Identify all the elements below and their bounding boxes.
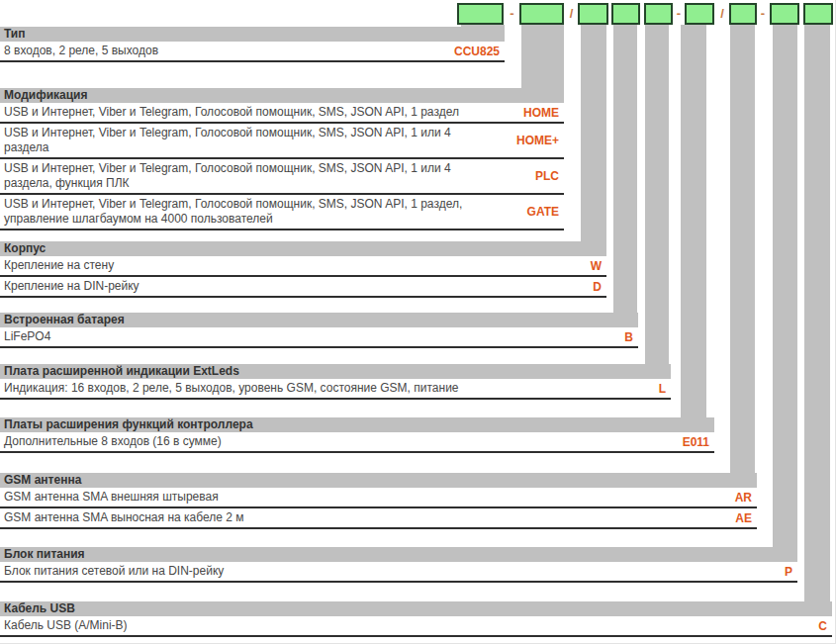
separator-slash: /: [715, 3, 729, 25]
option-code: AE: [698, 511, 757, 525]
option-row: Кабель USB (A/Mini-B) C: [0, 616, 832, 637]
section-title: Платы расширения функций контроллера: [0, 417, 714, 432]
code-slot-modification: [519, 3, 564, 25]
option-label: Блок питания сетевой или на DIN-рейку: [4, 564, 739, 579]
option-label: USB и Интернет, Viber и Telegram, Голосо…: [4, 105, 506, 120]
order-code-diagram: - / - / - Тип 8 входов, 2 реле, 5 выходо…: [0, 0, 836, 644]
code-slot-extleds: [644, 3, 673, 25]
section-title: Тип: [0, 27, 505, 42]
code-slot-power-supply: [770, 3, 799, 25]
connector-case: [581, 25, 606, 256]
option-label: Кабель USB (A/Mini-B): [4, 618, 774, 633]
section-title: Блок питания: [0, 547, 797, 562]
section-title: Кабель USB: [0, 601, 832, 616]
section-title: Встроенная батарея: [0, 313, 638, 327]
code-slot-type: [457, 3, 504, 25]
section-title: Модификация: [0, 88, 564, 103]
option-code: E011: [656, 435, 714, 449]
separator-dash: -: [673, 3, 685, 25]
option-label: Индикация: 16 входов, 2 реле, 5 выходов,…: [4, 381, 612, 396]
code-slot-gsm-antenna: [729, 3, 757, 25]
option-code: CCU825: [446, 45, 505, 58]
option-code: B: [580, 330, 638, 344]
option-label: GSM антенна SMA внешняя штыревая: [4, 490, 698, 505]
option-label: Крепление на стену: [4, 258, 548, 273]
connector-extleds: [645, 25, 669, 379]
option-code: P: [739, 565, 797, 579]
code-slot-battery: [611, 3, 640, 25]
section-title: Корпус: [0, 241, 606, 256]
section-expansion-board: Платы расширения функций контроллера Доп…: [0, 417, 714, 453]
option-code: C: [774, 619, 832, 633]
section-power-supply: Блок питания Блок питания сетевой или на…: [0, 547, 797, 583]
option-row: GSM антенна SMA выносная на кабеле 2 м A…: [0, 508, 757, 529]
section-modification: Модификация USB и Интернет, Viber и Tele…: [0, 88, 564, 230]
option-row: 8 входов, 2 реле, 5 выходов CCU825: [0, 42, 505, 62]
option-code: AR: [698, 491, 757, 505]
option-row: LiFePO4 B: [0, 327, 638, 348]
option-label: GSM антенна SMA выносная на кабеле 2 м: [4, 510, 698, 525]
section-case: Корпус Крепление на стену W Крепление на…: [0, 241, 606, 298]
option-label: USB и Интернет, Viber и Telegram, Голосо…: [4, 126, 506, 155]
section-usb-cable: Кабель USB Кабель USB (A/Mini-B) C: [0, 601, 832, 637]
option-code: PLC: [506, 169, 564, 183]
connector-gsm-antenna: [730, 25, 755, 488]
separator-dash: -: [505, 3, 519, 25]
connector-usb-cable: [804, 25, 830, 616]
option-row: Крепление на стену W: [0, 256, 606, 277]
option-row: GSM антенна SMA внешняя штыревая AR: [0, 488, 757, 508]
connector-battery: [613, 25, 637, 327]
section-title: GSM антенна: [0, 473, 757, 488]
separator-dash: -: [756, 3, 770, 25]
option-label: USB и Интернет, Viber и Telegram, Голосо…: [4, 161, 506, 191]
option-row: USB и Интернет, Viber и Telegram, Голосо…: [0, 159, 564, 195]
option-row: Индикация: 16 входов, 2 реле, 5 выходов,…: [0, 379, 671, 400]
code-slot-expansion-board: [685, 3, 714, 25]
code-slot-case: [578, 3, 608, 25]
option-label: LiFePO4: [4, 329, 580, 344]
section-gsm-antenna: GSM антенна GSM антенна SMA внешняя штыр…: [0, 473, 757, 529]
option-code: HOME+: [506, 134, 564, 147]
option-row: Крепление на DIN-рейку D: [0, 277, 606, 298]
option-label: Крепление на DIN-рейку: [4, 279, 548, 294]
connector-power-supply: [773, 25, 797, 562]
option-code: L: [612, 382, 671, 396]
option-label: 8 входов, 2 реле, 5 выходов: [4, 44, 446, 58]
code-slot-usb-cable: [803, 3, 833, 25]
option-row: USB и Интернет, Viber и Telegram, Голосо…: [0, 124, 564, 159]
option-code: HOME: [506, 106, 564, 120]
option-label: Дополнительные 8 входов (16 в сумме): [4, 434, 656, 449]
option-code: D: [548, 280, 606, 294]
option-row: Блок питания сетевой или на DIN-рейку P: [0, 562, 797, 583]
option-row: Дополнительные 8 входов (16 в сумме) E01…: [0, 432, 714, 453]
section-title: Плата расширенной индикации ExtLeds: [0, 364, 671, 379]
option-code: W: [548, 259, 606, 273]
option-label: USB и Интернет, Viber и Telegram, Голосо…: [4, 197, 506, 227]
section-extleds: Плата расширенной индикации ExtLeds Инди…: [0, 364, 671, 400]
connector-expansion-board: [681, 25, 706, 432]
option-row: USB и Интернет, Viber и Telegram, Голосо…: [0, 195, 564, 230]
section-type: Тип 8 входов, 2 реле, 5 выходов CCU825: [0, 27, 505, 62]
option-row: USB и Интернет, Viber и Telegram, Голосо…: [0, 103, 564, 124]
section-battery: Встроенная батарея LiFePO4 B: [0, 313, 638, 348]
option-code: GATE: [506, 205, 564, 219]
separator-slash: /: [565, 3, 578, 25]
